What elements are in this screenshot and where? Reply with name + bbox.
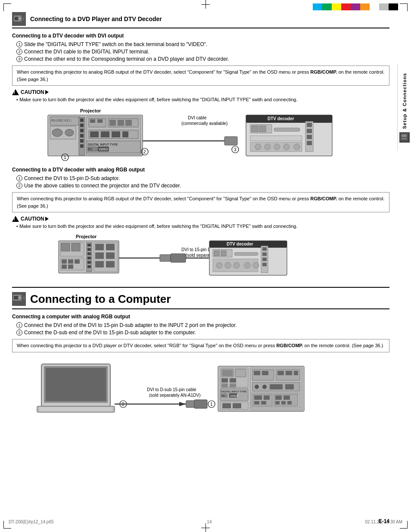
sub-section-dvi-output: Connecting to a DTV decoder with DVI out… xyxy=(12,33,389,162)
svg-rect-33 xyxy=(122,131,128,137)
svg-text:(sold separately AN-A1DV): (sold separately AN-A1DV) xyxy=(149,393,201,398)
svg-text:3: 3 xyxy=(234,147,237,152)
svg-rect-105 xyxy=(221,251,226,256)
svg-text:2: 2 xyxy=(143,149,146,154)
svg-rect-47 xyxy=(224,137,237,145)
svg-rect-145 xyxy=(230,383,236,388)
caution-box-1: CAUTION Make sure to turn both the proje… xyxy=(12,89,389,102)
svg-point-156 xyxy=(262,385,267,389)
svg-point-113 xyxy=(216,262,222,268)
step-num-1: 1 xyxy=(16,41,22,47)
diagram-2: Projector xyxy=(12,233,389,280)
svg-text:DIGITAL INPUT TYPE: DIGITAL INPUT TYPE xyxy=(221,390,246,393)
svg-rect-178 xyxy=(222,403,231,408)
svg-rect-164 xyxy=(261,401,266,404)
svg-point-66 xyxy=(274,144,280,150)
diagram-3: DVI to D-sub 15-pin cable (sold separate… xyxy=(12,358,389,418)
svg-rect-92 xyxy=(95,261,104,268)
analog-steps-list: 1 Connect the DVI to 15-pin D-Sub adapto… xyxy=(16,175,389,189)
svg-point-6 xyxy=(19,18,21,19)
svg-rect-168 xyxy=(275,401,280,404)
svg-text:DTV decoder: DTV decoder xyxy=(268,116,294,121)
svg-rect-78 xyxy=(62,264,67,269)
svg-point-114 xyxy=(225,262,231,268)
svg-rect-133 xyxy=(194,400,207,408)
svg-rect-73 xyxy=(72,243,80,251)
computer-info-box: When connecting this projector to a DVD … xyxy=(12,339,389,352)
svg-rect-88 xyxy=(95,244,104,250)
svg-rect-76 xyxy=(68,259,73,264)
svg-point-115 xyxy=(234,262,240,268)
dvi-step-3: 3 Connect the other end to the Correspon… xyxy=(16,56,389,62)
svg-rect-27 xyxy=(118,120,124,126)
svg-rect-84 xyxy=(87,257,91,259)
svg-rect-169 xyxy=(281,401,286,404)
svg-rect-82 xyxy=(87,248,91,251)
computer-steps-list: 1 Connect the DVI end of the DVI to 15-p… xyxy=(16,322,389,336)
svg-rect-96 xyxy=(171,254,186,262)
svg-rect-109 xyxy=(262,252,267,256)
svg-rect-72 xyxy=(61,243,70,251)
svg-rect-162 xyxy=(264,395,270,400)
svg-marker-4 xyxy=(22,17,24,21)
section2-header: Connecting to a Computer xyxy=(12,292,389,309)
svg-text:DIGITAL INPUT TYPE: DIGITAL INPUT TYPE xyxy=(88,143,118,146)
caution-text-2: Make sure to turn both the projector and… xyxy=(16,224,389,229)
diagram-svg-2: Projector xyxy=(54,233,347,280)
svg-rect-104 xyxy=(214,251,219,256)
svg-rect-85 xyxy=(87,261,91,264)
svg-point-65 xyxy=(265,144,271,150)
svg-rect-151 xyxy=(277,371,284,375)
svg-text:DVI cable: DVI cable xyxy=(188,115,207,120)
svg-rect-59 xyxy=(307,129,312,133)
svg-text:1: 1 xyxy=(210,402,213,407)
analog-info-box: When connecting this projector to analog… xyxy=(12,192,389,212)
dvi-step-1: 1 Slide the "DIGITAL INPUT TYPE" switch … xyxy=(16,41,389,47)
svg-rect-163 xyxy=(254,401,259,404)
corner-mark-tl xyxy=(3,3,11,11)
reg-cross-top xyxy=(201,0,210,9)
computer-step-2-text: Connect the D-sub end of the DVI to 15-p… xyxy=(24,330,196,336)
rgb-comp-bold-3: RGB/COMP. xyxy=(276,343,303,348)
caution-header-1: CAUTION xyxy=(12,89,389,95)
rgb-comp-bold-2: RGB/COMP. xyxy=(310,196,337,201)
svg-rect-143 xyxy=(230,378,236,383)
section1-title: Connecting to a DVD Player and DTV Decod… xyxy=(30,16,162,22)
svg-rect-2 xyxy=(402,138,407,140)
svg-rect-75 xyxy=(62,259,67,264)
sub-heading-computer: Connecting a computer with analog RGB ou… xyxy=(12,314,389,320)
section2-title: Connecting to a Computer xyxy=(30,292,171,306)
svg-rect-54 xyxy=(252,126,258,132)
corner-mark-tr xyxy=(400,3,408,11)
svg-rect-79 xyxy=(68,264,73,269)
dvi-step-2: 2 Connect the DVI cable to the DIGITAL I… xyxy=(16,49,389,55)
svg-text:VIDEO: VIDEO xyxy=(230,395,238,397)
reg-cross-bottom xyxy=(201,523,210,532)
svg-text:1: 1 xyxy=(64,155,66,160)
caution-text-1: Make sure to turn both the projector and… xyxy=(16,97,389,102)
svg-text:PC: PC xyxy=(88,148,93,151)
svg-rect-158 xyxy=(285,384,294,389)
analog-step-1: 1 Connect the DVI to 15-pin D-Sub adapto… xyxy=(16,175,389,181)
analog-step-num-1: 1 xyxy=(16,175,22,181)
dvi-step-2-text: Connect the DVI cable to the DIGITAL INP… xyxy=(24,49,149,55)
svg-point-13 xyxy=(65,129,74,136)
color-bar xyxy=(313,3,398,10)
svg-point-121 xyxy=(19,297,21,299)
svg-rect-18 xyxy=(80,134,84,137)
svg-point-155 xyxy=(255,385,259,389)
svg-rect-152 xyxy=(286,371,292,375)
svg-rect-62 xyxy=(250,136,302,141)
svg-rect-140 xyxy=(222,370,233,376)
svg-rect-157 xyxy=(270,384,283,389)
svg-rect-56 xyxy=(274,128,300,131)
svg-rect-16 xyxy=(80,124,84,127)
svg-rect-161 xyxy=(254,395,262,400)
svg-rect-124 xyxy=(46,368,106,401)
section2-icon xyxy=(12,292,26,306)
footer-center: 14 xyxy=(207,520,212,524)
sub-section-analog: Connecting to a DTV decoder with analog … xyxy=(12,167,389,280)
sidebar-label: Setup & Connections xyxy=(402,73,407,129)
svg-rect-28 xyxy=(125,120,132,126)
svg-marker-119 xyxy=(22,296,25,300)
